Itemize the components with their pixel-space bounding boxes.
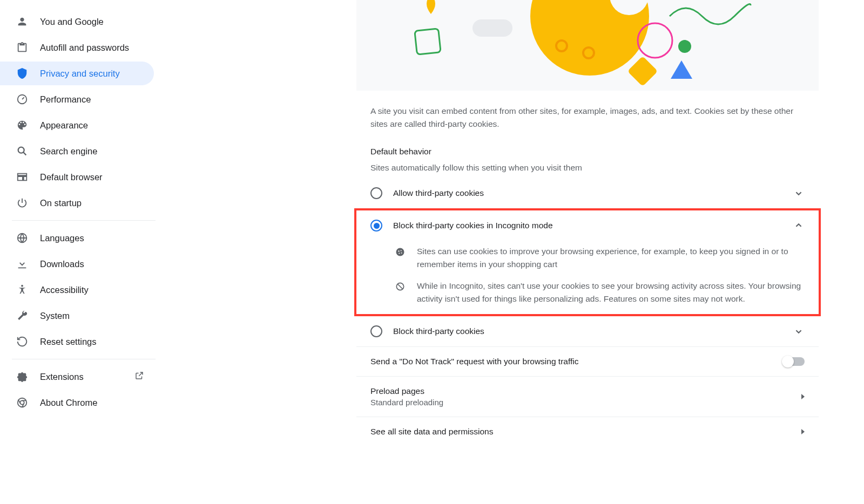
sidebar-item-label: Autofill and passwords <box>40 43 129 53</box>
svg-rect-11 <box>415 29 441 55</box>
search-icon <box>16 145 28 157</box>
dnt-toggle[interactable] <box>783 357 805 366</box>
sidebar-item-about-chrome[interactable]: About Chrome <box>0 391 154 414</box>
accessibility-icon <box>16 284 28 296</box>
option-label: Allow third-party cookies <box>393 188 484 198</box>
block-icon <box>394 281 406 292</box>
svg-point-1 <box>18 147 24 153</box>
power-icon <box>16 197 28 209</box>
person-icon <box>16 16 28 28</box>
shield-icon <box>16 67 28 79</box>
chevron-up-icon[interactable] <box>793 220 805 231</box>
sidebar-item-label: Appearance <box>40 120 88 131</box>
svg-point-18 <box>399 253 400 254</box>
open-external-icon <box>134 371 144 383</box>
intro-text: A site you visit can embed content from … <box>356 91 819 131</box>
see-all-label: See all site data and permissions <box>370 427 801 437</box>
detail-text: While in Incognito, sites can't use your… <box>417 280 805 305</box>
preload-sub: Standard preloading <box>370 398 801 407</box>
sidebar-item-label: Performance <box>40 94 91 105</box>
radio-checked-icon[interactable] <box>370 220 382 231</box>
sidebar-item-you-and-google[interactable]: You and Google <box>0 10 154 33</box>
globe-icon <box>16 232 28 244</box>
option-label: Block third-party cookies in Incognito m… <box>393 221 553 230</box>
sidebar-item-label: Accessibility <box>40 285 89 295</box>
option-block-incognito[interactable]: Block third-party cookies in Incognito m… <box>356 210 819 241</box>
wrench-icon <box>16 310 28 322</box>
sidebar-item-label: Default browser <box>40 172 103 182</box>
svg-point-16 <box>398 250 399 251</box>
sidebar-item-extensions[interactable]: Extensions <box>0 365 154 389</box>
sidebar-item-performance[interactable]: Performance <box>0 87 154 111</box>
radio-unchecked-icon[interactable] <box>370 187 382 199</box>
option-label: Block third-party cookies <box>393 326 484 336</box>
sidebar-item-search-engine[interactable]: Search engine <box>0 139 154 163</box>
clipboard-icon <box>16 42 28 53</box>
chevron-down-icon[interactable] <box>793 187 805 199</box>
preload-title: Preload pages <box>370 386 801 396</box>
svg-point-3 <box>21 285 23 287</box>
svg-point-15 <box>396 248 404 256</box>
sidebar-item-accessibility[interactable]: Accessibility <box>0 278 154 302</box>
sidebar-item-privacy-security[interactable]: Privacy and security <box>0 62 154 85</box>
dnt-label: Send a "Do Not Track" request with your … <box>370 357 783 366</box>
sidebar-item-default-browser[interactable]: Default browser <box>0 165 154 189</box>
option-block-third-party[interactable]: Block third-party cookies <box>356 316 819 346</box>
default-behavior-title: Default behavior <box>356 131 819 156</box>
browser-window-icon <box>16 171 28 183</box>
settings-card: A site you visit can embed content from … <box>356 0 819 504</box>
option-detail: While in Incognito, sites can't use your… <box>356 275 819 314</box>
preload-row[interactable]: Preload pages Standard preloading <box>356 376 819 417</box>
detail-text: Sites can use cookies to improve your br… <box>417 245 805 271</box>
option-allow-third-party[interactable]: Allow third-party cookies <box>356 178 819 208</box>
svg-point-13 <box>678 40 691 53</box>
restore-icon <box>16 336 28 348</box>
sidebar-item-autofill[interactable]: Autofill and passwords <box>0 36 154 59</box>
sidebar-item-on-startup[interactable]: On startup <box>0 191 154 215</box>
sidebar-item-downloads[interactable]: Downloads <box>0 252 154 276</box>
svg-point-4 <box>18 398 27 407</box>
sidebar-item-label: On startup <box>40 198 82 208</box>
sidebar-item-label: System <box>40 311 70 321</box>
download-icon <box>16 258 28 270</box>
chrome-icon <box>16 397 28 408</box>
palette-icon <box>16 119 28 131</box>
sidebar-item-label: Languages <box>40 233 84 243</box>
highlighted-selection: Block third-party cookies in Incognito m… <box>354 208 821 316</box>
svg-point-19 <box>401 253 402 254</box>
sidebar-divider <box>12 220 156 221</box>
svg-point-17 <box>401 250 402 251</box>
sidebar-item-label: Privacy and security <box>40 69 120 79</box>
svg-rect-10 <box>473 19 512 37</box>
extension-icon <box>16 371 28 383</box>
option-detail: Sites can use cookies to improve your br… <box>356 241 819 275</box>
default-behavior-sub: Sites automatically follow this setting … <box>356 156 819 178</box>
sidebar-item-label: Search engine <box>40 146 97 156</box>
sidebar-item-appearance[interactable]: Appearance <box>0 113 154 137</box>
sidebar-item-label: Reset settings <box>40 337 97 347</box>
sidebar-item-languages[interactable]: Languages <box>0 226 154 250</box>
cookie-icon <box>394 246 406 258</box>
sidebar-item-label: You and Google <box>40 17 104 27</box>
sidebar-divider <box>12 359 156 359</box>
sidebar-item-system[interactable]: System <box>0 304 154 328</box>
chevron-down-icon[interactable] <box>793 325 805 337</box>
dnt-row[interactable]: Send a "Do Not Track" request with your … <box>356 346 819 376</box>
main-content: A site you visit can embed content from … <box>167 0 864 504</box>
radio-unchecked-icon[interactable] <box>370 325 382 337</box>
arrow-right-icon <box>801 429 805 434</box>
settings-sidebar: You and Google Autofill and passwords Pr… <box>0 0 167 504</box>
svg-rect-14 <box>627 56 658 87</box>
sidebar-item-label: Downloads <box>40 259 84 269</box>
sidebar-item-reset-settings[interactable]: Reset settings <box>0 330 154 353</box>
sidebar-item-label: About Chrome <box>40 398 97 408</box>
sidebar-item-label: Extensions <box>40 372 84 382</box>
arrow-right-icon <box>801 394 805 399</box>
hero-illustration <box>356 0 819 91</box>
speedometer-icon <box>16 93 28 105</box>
see-all-row[interactable]: See all site data and permissions <box>356 417 819 446</box>
